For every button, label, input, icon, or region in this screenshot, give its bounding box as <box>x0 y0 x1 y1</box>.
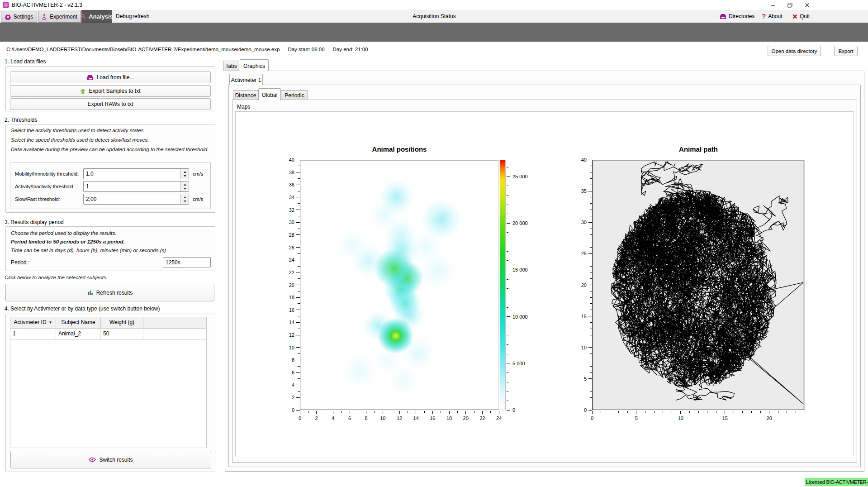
colorbar <box>500 160 506 410</box>
colorbar-label: 25 000 <box>512 173 540 180</box>
menu-quit[interactable]: Quit <box>792 10 810 23</box>
y-axis-tick <box>590 322 592 323</box>
x-axis-tick <box>300 411 300 414</box>
load-from-file-button[interactable]: Load from file... <box>10 72 211 83</box>
y-axis-tick <box>588 222 592 223</box>
menu-refresh[interactable]: refresh <box>133 10 149 23</box>
export-button[interactable]: Export <box>834 46 858 56</box>
tab-settings[interactable]: Settings <box>1 11 37 23</box>
y-axis-tick <box>296 234 300 235</box>
app-icon <box>3 2 9 8</box>
x-axis-tick <box>725 411 725 414</box>
tab-analysis[interactable]: Analysis <box>81 10 112 23</box>
tab-distance[interactable]: Distance <box>233 90 258 100</box>
table-row[interactable]: 1 Animal_2 50 <box>10 329 206 340</box>
tab-experiment-label: Experiment <box>50 14 77 20</box>
switch-results-button[interactable]: Switch results <box>10 451 211 468</box>
question-icon: ? <box>762 10 766 23</box>
y-axis-tick <box>588 410 592 411</box>
export-samples-button[interactable]: Export Samples to txt <box>10 85 211 97</box>
y-axis-label: 22 <box>279 269 294 276</box>
period-note-2: Period limited to 50 periods or 1250s a … <box>11 239 125 244</box>
y-axis-tick <box>590 216 592 216</box>
colorbar-tick <box>507 307 508 308</box>
y-axis-tick <box>590 329 592 329</box>
tab-graphics[interactable]: Graphics <box>240 59 269 71</box>
tab-experiment[interactable]: Experiment <box>38 11 81 23</box>
col-activmeter-id[interactable]: Activmeter ID▼ <box>10 317 56 328</box>
colorbar-tick <box>507 270 510 270</box>
y-axis-tick <box>298 266 300 267</box>
refresh-results-button[interactable]: Refresh results <box>5 284 214 301</box>
y-axis-tick <box>590 366 592 367</box>
y-axis-tick <box>298 229 300 229</box>
window-title: BIO-ACTIVMETER-2 - v2.1.3 <box>12 0 82 10</box>
colorbar-label: 0 <box>512 407 540 413</box>
license-badge: Licensed BIO-ACTIVMETER-2 <box>805 478 868 486</box>
maximize-button[interactable] <box>782 0 798 10</box>
y-axis-tick <box>296 285 300 285</box>
y-axis-tick <box>590 397 592 398</box>
colorbar-tick <box>507 401 508 401</box>
menu-directories[interactable]: Directories <box>720 10 754 23</box>
y-axis-tick <box>296 397 300 398</box>
x-axis-tick <box>441 411 441 413</box>
colorbar-label: 10 000 <box>512 314 540 320</box>
x-axis-label: 16 <box>426 415 439 421</box>
x-axis-label: 15 <box>719 415 731 421</box>
y-axis-label: 15 <box>571 313 587 320</box>
threshold-note-2: Select the speed thresholds used to dete… <box>11 137 149 143</box>
export-samples-label: Export Samples to txt <box>89 88 140 94</box>
colorbar-label: 15 000 <box>512 267 540 273</box>
y-axis-tick <box>590 341 592 341</box>
slowfast-threshold-input[interactable]: 2,00 <box>83 194 189 205</box>
cell-activmeter-id: 1 <box>10 329 56 339</box>
y-axis-label: 30 <box>279 219 294 225</box>
y-axis-label: 12 <box>279 332 294 338</box>
y-axis-tick <box>298 404 300 404</box>
activity-threshold-spinner[interactable] <box>180 181 189 191</box>
gear-icon <box>5 14 11 20</box>
export-raws-button[interactable]: Export RAWs to txt <box>10 98 211 110</box>
activity-threshold-value: 1 <box>86 183 89 190</box>
y-axis-tick <box>590 203 592 204</box>
y-axis-tick <box>296 297 300 298</box>
col-subject-name[interactable]: Subject Name <box>56 317 101 328</box>
mobility-threshold-input[interactable]: 1,0 <box>83 168 189 179</box>
x-axis-tick <box>618 411 619 413</box>
period-input[interactable]: 1250s <box>163 257 211 267</box>
menu-debug[interactable]: Debug <box>116 10 132 23</box>
colorbar-tick <box>507 298 508 298</box>
export-raws-label: Export RAWs to txt <box>88 101 133 107</box>
close-button[interactable] <box>799 0 815 10</box>
tab-tabs[interactable]: Tabs <box>223 61 239 71</box>
activity-threshold-input[interactable]: 1 <box>83 181 189 192</box>
colorbar-tick <box>507 177 510 177</box>
x-axis-tick <box>769 411 769 414</box>
col-weight[interactable]: Weight (g) <box>101 317 143 328</box>
x-axis-tick <box>707 411 707 413</box>
minimize-button[interactable] <box>764 0 781 10</box>
tab-global[interactable]: Global <box>258 88 281 100</box>
x-axis-label: 5 <box>630 415 643 421</box>
x-axis-label: 10 <box>674 415 687 421</box>
x-axis-label: 2 <box>310 415 323 421</box>
colorbar-tick <box>507 354 508 354</box>
mobility-threshold-spinner[interactable] <box>180 169 189 179</box>
slowfast-threshold-spinner[interactable] <box>180 194 189 204</box>
x-axis-tick <box>663 411 663 413</box>
y-axis-tick <box>296 210 300 210</box>
y-axis-label: 2 <box>279 394 294 401</box>
y-axis-tick <box>590 197 592 197</box>
period-value: 1250s <box>166 259 180 266</box>
y-axis-tick <box>590 278 592 279</box>
colorbar-tick <box>507 232 508 233</box>
tab-periodic[interactable]: Periodic <box>281 90 308 100</box>
subjects-table-header: Activmeter ID▼ Subject Name Weight (g) <box>10 317 206 329</box>
menu-about[interactable]: ? About <box>762 10 783 23</box>
x-axis-tick <box>482 411 483 414</box>
open-data-directory-button[interactable]: Open data directory <box>768 46 821 56</box>
x-axis-label: 20 <box>763 415 776 421</box>
tab-activmeter-1[interactable]: Activmeter 1 <box>229 74 263 85</box>
x-axis-label: 0 <box>586 415 598 421</box>
